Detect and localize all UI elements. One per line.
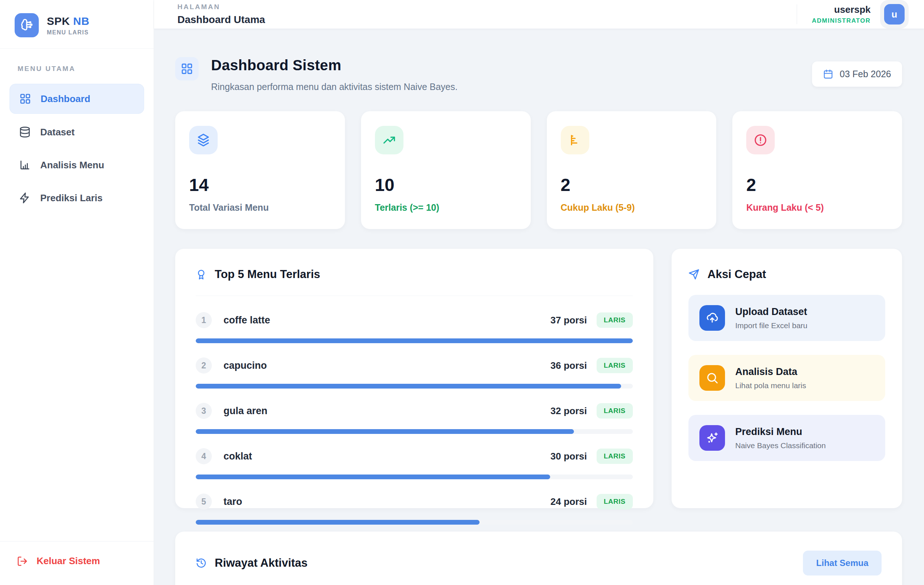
- trending-up-icon: [375, 126, 403, 154]
- award-icon: [196, 269, 207, 280]
- stat-value: 14: [189, 175, 331, 195]
- menu-qty: 37 porsi: [551, 315, 587, 326]
- status-badge: LARIS: [597, 312, 633, 328]
- main-area: HALAMAN Dashboard Utama userspk ADMINIST…: [154, 0, 924, 585]
- status-badge: LARIS: [597, 448, 633, 464]
- page-subtitle: Ringkasan performa menu dan aktivitas si…: [211, 82, 458, 92]
- database-icon: [19, 126, 31, 138]
- sidebar-item-label: Prediksi Laris: [40, 192, 103, 204]
- zap-icon: [19, 192, 31, 204]
- status-badge: LARIS: [597, 494, 633, 509]
- menu-name: gula aren: [223, 405, 267, 417]
- status-badge: LARIS: [597, 358, 633, 373]
- top5-list: 1 coffe latte 37 porsi LARIS: [196, 312, 633, 525]
- avatar[interactable]: u: [880, 0, 909, 28]
- sidebar-footer: Keluar Sistem: [0, 541, 153, 585]
- progress-fill: [196, 429, 574, 434]
- search-icon: [700, 365, 725, 391]
- stat-value: 10: [375, 175, 517, 195]
- progress-track: [196, 429, 633, 434]
- send-icon: [688, 269, 700, 280]
- page-title: Dashboard Sistem: [211, 57, 458, 74]
- upload-cloud-icon: [700, 305, 725, 331]
- status-badge: LARIS: [597, 403, 633, 418]
- brain-icon: [15, 13, 39, 37]
- quick-actions-panel: Aksi Cepat Upload Dataset Import file Ex…: [672, 249, 902, 508]
- menu-row: 5 taro 24 porsi LARIS: [196, 494, 633, 525]
- progress-track: [196, 384, 633, 388]
- user-menu[interactable]: userspk ADMINISTRATOR u: [797, 0, 909, 28]
- logout-label: Keluar Sistem: [36, 555, 100, 567]
- action-title: Prediksi Menu: [735, 426, 826, 438]
- stat-label: Terlaris (>= 10): [375, 202, 517, 213]
- page-eyebrow: HALAMAN: [177, 3, 265, 11]
- stat-label: Cukup Laku (5-9): [561, 202, 703, 213]
- sidebar-item-label: Dataset: [40, 127, 74, 138]
- action-title: Analisis Data: [735, 366, 806, 378]
- content: Dashboard Sistem Ringkasan performa menu…: [154, 28, 924, 585]
- stat-card-terlaris: 10 Terlaris (>= 10): [361, 111, 531, 229]
- user-name: userspk: [812, 4, 871, 15]
- menu-qty: 36 porsi: [551, 360, 587, 371]
- brand-title: SPK NB: [47, 15, 89, 27]
- page-head: Dashboard Sistem Ringkasan performa menu…: [175, 57, 902, 92]
- activity-title: Riwayat Aktivitas: [215, 557, 308, 570]
- stat-card-total-variasi: 14 Total Variasi Menu: [175, 111, 345, 229]
- stat-label: Kurang Laku (< 5): [746, 202, 888, 213]
- menu-qty: 30 porsi: [551, 451, 587, 462]
- rank-badge: 4: [196, 448, 212, 464]
- sparkles-icon: [700, 425, 725, 451]
- rank-badge: 1: [196, 312, 212, 328]
- date-badge: 03 Feb 2026: [812, 61, 902, 87]
- rank-badge: 5: [196, 494, 212, 510]
- date-text: 03 Feb 2026: [840, 69, 891, 79]
- action-subtitle: Naive Bayes Classification: [735, 441, 826, 450]
- alert-circle-icon: [746, 126, 775, 154]
- menu-name: coklat: [223, 451, 252, 462]
- sidebar-item-label: Dashboard: [41, 93, 90, 105]
- user-role: ADMINISTRATOR: [812, 17, 871, 25]
- menu-name: capucino: [223, 360, 267, 371]
- quick-action-prediksi-menu[interactable]: Prediksi Menu Naive Bayes Classification: [688, 415, 885, 461]
- sidebar-item-dataset[interactable]: Dataset: [10, 117, 144, 147]
- sidebar-item-label: Analisis Menu: [40, 160, 104, 171]
- quick-action-upload-dataset[interactable]: Upload Dataset Import file Excel baru: [688, 295, 885, 341]
- rank-badge: 3: [196, 403, 212, 419]
- grid-icon: [20, 93, 31, 105]
- quick-actions-title: Aksi Cepat: [708, 268, 766, 281]
- stat-value: 2: [561, 175, 703, 195]
- action-subtitle: Import file Excel baru: [735, 321, 807, 330]
- quick-action-analisis-data[interactable]: Analisis Data Lihat pola menu laris: [688, 355, 885, 401]
- logout-button[interactable]: Keluar Sistem: [17, 555, 137, 567]
- menu-row: 2 capucino 36 porsi LARIS: [196, 357, 633, 388]
- progress-track: [196, 520, 633, 525]
- activity-panel: Riwayat Aktivitas Lihat Semua: [175, 532, 902, 585]
- sidebar-item-dashboard[interactable]: Dashboard: [10, 84, 144, 114]
- sidebar-item-analisis-menu[interactable]: Analisis Menu: [10, 150, 144, 180]
- stat-label: Total Variasi Menu: [189, 202, 331, 213]
- top5-title: Top 5 Menu Terlaris: [215, 268, 320, 281]
- layers-icon: [189, 126, 218, 154]
- history-icon: [196, 558, 207, 568]
- progress-fill: [196, 520, 480, 525]
- stat-card-cukup-laku: 2 Cukup Laku (5-9): [547, 111, 716, 229]
- stat-card-kurang-laku: 2 Kurang Laku (< 5): [732, 111, 902, 229]
- progress-fill: [196, 474, 550, 479]
- stat-cards: 14 Total Variasi Menu 10 Terlaris (>= 10…: [175, 111, 902, 229]
- sidebar-item-prediksi-laris[interactable]: Prediksi Laris: [10, 183, 144, 213]
- menu-row: 3 gula aren 32 porsi LARIS: [196, 403, 633, 434]
- avatar-initial: u: [884, 4, 904, 25]
- sidebar: SPK NB MENU LARIS MENU UTAMA Dashboard: [0, 0, 154, 585]
- progress-fill: [196, 339, 633, 343]
- rank-badge: 2: [196, 357, 212, 373]
- sidebar-section-label: MENU UTAMA: [10, 65, 144, 73]
- view-all-button[interactable]: Lihat Semua: [803, 550, 881, 575]
- menu-name: coffe latte: [223, 315, 270, 326]
- calendar-icon: [823, 69, 833, 79]
- horizontal-bars-icon: [561, 126, 589, 154]
- progress-track: [196, 474, 633, 479]
- divider: [797, 4, 797, 24]
- menu-qty: 24 porsi: [551, 496, 587, 507]
- stat-value: 2: [746, 175, 888, 195]
- sidebar-nav: Dashboard Dataset: [10, 84, 144, 213]
